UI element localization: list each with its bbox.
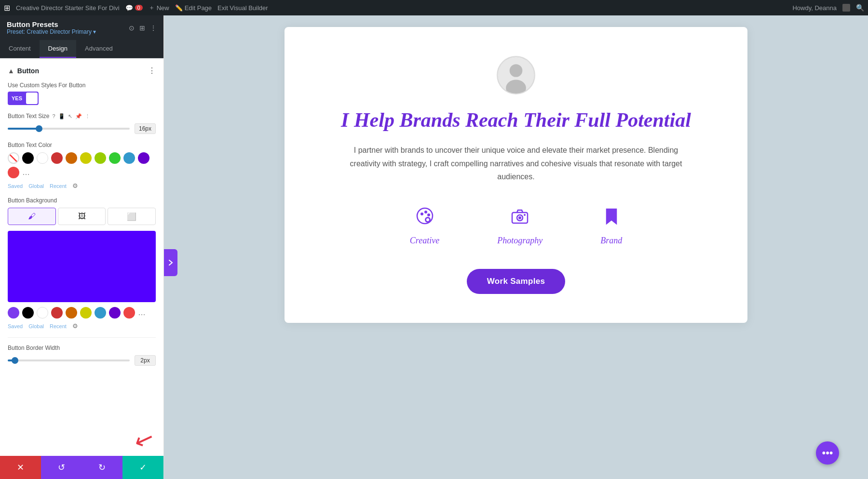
photography-label: Photography (497, 236, 542, 246)
lime-swatch[interactable] (95, 152, 106, 164)
black-swatch[interactable] (22, 152, 34, 164)
green-swatch[interactable] (109, 152, 121, 164)
bg-recent-label[interactable]: Recent (50, 323, 67, 329)
orange-swatch[interactable] (66, 152, 77, 164)
howdy-text: Howdy, Deanna (792, 4, 837, 12)
section-options-icon[interactable]: ⋮ (148, 66, 156, 75)
brand-icon (602, 206, 621, 230)
svg-point-3 (417, 208, 433, 224)
tab-design[interactable]: Design (40, 40, 76, 58)
text-size-value[interactable]: 16px (135, 123, 156, 134)
blue-swatch[interactable] (123, 152, 135, 164)
panel-header-left: Button Presets Preset: Creative Director… (7, 20, 96, 35)
bg-saved-label[interactable]: Saved (8, 323, 23, 329)
more-colors-icon[interactable]: … (22, 168, 30, 177)
comments-link[interactable]: 💬 0 (125, 4, 143, 12)
undo-button[interactable]: ↺ (41, 456, 82, 479)
columns-icon[interactable]: ⊞ (139, 24, 145, 32)
panel-title: Button Presets (7, 20, 96, 28)
image-icon: 🖼 (78, 212, 86, 221)
confirm-icon: ✓ (139, 462, 147, 473)
red-swatch[interactable] (51, 152, 63, 164)
more-icon[interactable]: ⋮ (85, 113, 90, 120)
section-divider (8, 337, 156, 338)
saved-label[interactable]: Saved (8, 183, 23, 189)
exit-builder-link[interactable]: Exit Visual Builder (217, 4, 268, 12)
transparent-swatch[interactable] (8, 152, 19, 164)
redo-button[interactable]: ↻ (82, 456, 123, 479)
custom-styles-label: Use Custom Styles For Button (8, 82, 156, 89)
bg-settings-icon[interactable]: ⚙ (72, 322, 78, 330)
edit-page-link[interactable]: ✏️ Edit Page (175, 4, 212, 12)
menu-icon[interactable]: ⋮ (150, 24, 157, 32)
recent-label[interactable]: Recent (50, 183, 67, 189)
avatar[interactable] (842, 4, 850, 12)
bg-global-label[interactable]: Global (28, 323, 44, 329)
gradient-bg-button[interactable]: ⬜ (108, 208, 156, 225)
slider-thumb[interactable] (36, 125, 42, 132)
pink-swatch[interactable] (8, 167, 19, 178)
purple-bg-swatch[interactable] (8, 307, 19, 319)
text-color-swatches: … (8, 152, 156, 178)
pink-bg-swatch[interactable] (123, 307, 135, 319)
yellow-swatch[interactable] (80, 152, 92, 164)
icons-row: Creative Photography (333, 206, 699, 246)
red-bg-swatch[interactable] (51, 307, 63, 319)
button-section-header: ▲ Button ⋮ (8, 66, 156, 75)
purple-swatch[interactable] (138, 152, 149, 164)
panel-tabs: Content Design Advanced (0, 40, 163, 58)
svg-point-5 (424, 211, 427, 213)
yellow-bg-swatch[interactable] (80, 307, 92, 319)
site-name[interactable]: Creative Director Starter Site For Divi (16, 4, 120, 12)
fullscreen-icon[interactable]: ⊙ (129, 24, 135, 32)
slider-track (8, 128, 130, 130)
cursor-icon[interactable]: ↖ (68, 113, 72, 120)
admin-bar-right: Howdy, Deanna 🔍 (792, 4, 864, 12)
border-width-slider[interactable]: 2px (8, 355, 156, 366)
gradient-icon: ⬜ (127, 212, 136, 221)
section-chevron-icon[interactable]: ▲ (8, 67, 14, 75)
black-bg-swatch[interactable] (22, 307, 34, 319)
bottom-action-bar: ✕ ↺ ↻ ✓ (0, 456, 163, 479)
new-post-link[interactable]: ＋ New (149, 3, 169, 12)
content-area: I Help Brands Reach Their Full Potential… (164, 15, 868, 479)
panel-header-icons: ⊙ ⊞ ⋮ (129, 24, 157, 32)
background-color-picker[interactable] (8, 231, 156, 302)
card-subtext: I partner with brands to uncover their u… (342, 144, 690, 183)
preset-selector[interactable]: Preset: Creative Director Primary ▾ (7, 28, 96, 35)
tab-advanced[interactable]: Advanced (76, 40, 122, 58)
text-size-slider[interactable] (8, 128, 130, 130)
color-settings-icon[interactable]: ⚙ (72, 182, 78, 189)
white-bg-swatch[interactable] (37, 307, 48, 319)
border-width-value[interactable]: 2px (135, 355, 156, 366)
blue-bg-swatch[interactable] (95, 307, 106, 319)
solid-bg-button[interactable]: 🖌 (8, 208, 56, 225)
cancel-icon: ✕ (17, 462, 24, 473)
floating-action-button[interactable]: ••• (816, 441, 839, 465)
confirm-button[interactable]: ✓ (122, 456, 163, 479)
panel-toggle-button[interactable] (164, 249, 177, 276)
background-type-buttons: 🖌 🖼 ⬜ (8, 208, 156, 225)
image-bg-button[interactable]: 🖼 (58, 208, 106, 225)
tab-content[interactable]: Content (0, 40, 40, 58)
white-swatch[interactable] (37, 152, 48, 164)
pin-icon[interactable]: 📌 (75, 113, 82, 120)
border-slider-thumb[interactable] (12, 357, 18, 364)
orange-bg-swatch[interactable] (66, 307, 77, 319)
toggle-yes-label: YES (8, 95, 22, 101)
svg-point-12 (524, 214, 526, 216)
custom-styles-toggle[interactable]: YES (8, 92, 39, 105)
wordpress-logo[interactable]: ⊞ (4, 3, 10, 13)
mobile-icon[interactable]: 📱 (58, 113, 65, 120)
more-bg-colors-icon[interactable]: … (138, 308, 146, 317)
svg-point-11 (518, 216, 521, 219)
global-label[interactable]: Global (28, 183, 44, 189)
work-samples-button[interactable]: Work Samples (467, 269, 565, 294)
main-layout: Button Presets Preset: Creative Director… (0, 15, 868, 479)
search-icon[interactable]: 🔍 (856, 4, 864, 12)
creative-icon-item: Creative (410, 206, 439, 246)
cancel-button[interactable]: ✕ (0, 456, 41, 479)
help-icon[interactable]: ? (53, 113, 55, 119)
brand-icon-item: Brand (600, 206, 622, 246)
violet-bg-swatch[interactable] (109, 307, 121, 319)
